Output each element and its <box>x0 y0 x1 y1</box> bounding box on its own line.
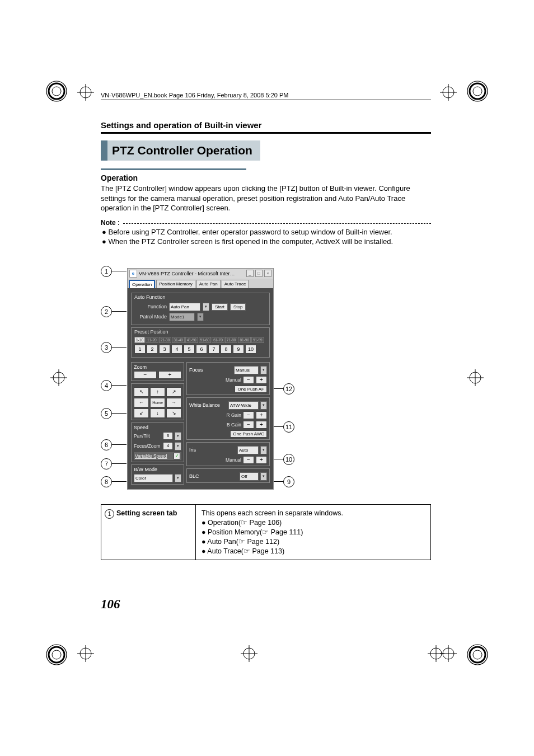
chevron-down-icon[interactable]: ▾ <box>197 313 204 321</box>
r-gain-up-button[interactable]: + <box>256 411 267 419</box>
label-function: Function <box>134 304 167 309</box>
chevron-down-icon[interactable]: ▾ <box>260 446 267 454</box>
arrow-right-icon[interactable]: → <box>166 398 181 407</box>
arrow-up-icon[interactable]: ↑ <box>150 387 165 397</box>
chevron-down-icon[interactable]: ▾ <box>260 401 267 410</box>
maximize-icon[interactable]: □ <box>255 270 263 277</box>
select-function[interactable]: Auto Pan <box>169 303 200 311</box>
label-r-gain: R Gain <box>189 412 241 418</box>
preset-range[interactable]: 41-50 <box>185 337 198 343</box>
arrow-up-left-icon[interactable]: ↖ <box>134 387 149 397</box>
select-patrol-mode[interactable]: Mode1 <box>169 313 195 321</box>
focus-far-button[interactable]: + <box>256 376 267 384</box>
regmark-icon <box>45 643 68 666</box>
tab-auto-pan[interactable]: Auto Pan <box>196 280 221 288</box>
preset-button[interactable]: 1 <box>134 345 146 354</box>
preset-range[interactable]: 31-40 <box>172 337 185 343</box>
chevron-down-icon[interactable]: ▾ <box>175 474 181 482</box>
callout-1: 1 <box>101 266 112 277</box>
preset-range[interactable]: 81-90 <box>238 337 251 343</box>
arrow-down-icon[interactable]: ↓ <box>150 408 165 418</box>
one-push-af-button[interactable]: One Push AF <box>235 386 267 393</box>
preset-range-tabs: 1-10 11-20 21-30 31-40 41-50 51-60 61-70… <box>134 337 266 343</box>
tab-operation[interactable]: Operation <box>129 280 155 288</box>
select-focus-zoom-speed[interactable]: 4 <box>163 442 173 450</box>
page-number: 106 <box>101 597 120 612</box>
svg-point-5 <box>473 87 482 96</box>
callout-8: 8 <box>101 476 112 487</box>
preset-range[interactable]: 51-60 <box>199 337 212 343</box>
select-white-balance[interactable]: ATW-Wide <box>228 401 259 410</box>
r-gain-down-button[interactable]: − <box>243 411 254 419</box>
checkbox-variable-speed[interactable]: ✓ <box>174 453 180 459</box>
close-icon[interactable]: × <box>264 270 271 277</box>
zoom-out-button[interactable]: − <box>134 371 157 379</box>
home-button[interactable]: Home <box>150 398 165 407</box>
preset-button[interactable]: 8 <box>221 345 232 354</box>
select-pan-tilt-speed[interactable]: 8 <box>163 432 173 440</box>
preset-button[interactable]: 5 <box>184 345 195 354</box>
group-blc: BLC Off ▾ <box>186 468 270 483</box>
preset-button[interactable]: 4 <box>171 345 182 354</box>
preset-button[interactable]: 9 <box>233 345 244 354</box>
label-b-gain: B Gain <box>189 422 241 428</box>
chevron-down-icon[interactable]: ▾ <box>260 366 267 374</box>
arrow-left-icon[interactable]: ← <box>134 398 149 407</box>
tab-auto-trace[interactable]: Auto Trace <box>222 280 249 288</box>
label-iris: Iris <box>189 447 236 453</box>
label-focus-zoom-speed: Focus/Zoom <box>134 443 161 449</box>
preset-range[interactable]: 11-20 <box>146 337 158 343</box>
preset-button[interactable]: 10 <box>245 345 256 354</box>
note-label: Note : <box>101 219 120 227</box>
svg-point-8 <box>52 650 61 659</box>
heavy-rule <box>101 132 431 134</box>
preset-range[interactable]: 1-10 <box>134 337 145 343</box>
svg-point-7 <box>49 647 64 663</box>
preset-button[interactable]: 7 <box>208 345 219 354</box>
preset-button[interactable]: 3 <box>159 345 170 354</box>
chevron-down-icon[interactable]: ▾ <box>203 303 209 311</box>
preset-button[interactable]: 6 <box>196 345 207 354</box>
stop-button[interactable]: Stop <box>230 303 246 311</box>
subheading-operation: Operation <box>101 173 431 182</box>
preset-range[interactable]: 61-70 <box>212 337 224 343</box>
group-pan-tilt: ↖ ↑ ↗ ← Home → ↙ ↓ ↘ <box>131 383 184 420</box>
one-push-awc-button[interactable]: One Push AWC <box>230 430 267 438</box>
focus-near-button[interactable]: − <box>243 376 254 384</box>
regmark-icon <box>45 79 68 103</box>
row-label: Setting screen tab <box>116 509 177 517</box>
window-titlebar[interactable]: e VN-V686 PTZ Controller - Microsoft Int… <box>128 269 273 279</box>
select-blc[interactable]: Off <box>240 472 259 481</box>
tab-position-memory[interactable]: Position Memory <box>156 280 195 288</box>
iris-close-button[interactable]: − <box>243 456 254 464</box>
chevron-down-icon[interactable]: ▾ <box>175 432 181 440</box>
row-item: Operation(☞ Page 106) <box>208 519 282 527</box>
chevron-down-icon[interactable]: ▾ <box>175 442 181 450</box>
preset-range[interactable]: 21-30 <box>159 337 172 343</box>
label-blc: BLC <box>189 473 238 479</box>
b-gain-up-button[interactable]: + <box>256 421 267 429</box>
svg-point-11 <box>473 650 482 659</box>
select-iris[interactable]: Auto <box>237 446 259 454</box>
preset-range[interactable]: 71-80 <box>225 337 238 343</box>
arrow-up-right-icon[interactable]: ↗ <box>166 387 181 397</box>
label-pan-tilt-speed: Pan/Tilt <box>134 433 161 439</box>
arrow-down-left-icon[interactable]: ↙ <box>134 408 149 418</box>
minimize-icon[interactable]: _ <box>246 270 254 277</box>
crosshair-icon <box>241 645 257 662</box>
label-variable-speed: Variable Speed <box>135 453 172 459</box>
preset-range[interactable]: 91-99 <box>251 337 264 343</box>
iris-open-button[interactable]: + <box>256 456 267 464</box>
zoom-in-button[interactable]: + <box>158 371 181 379</box>
select-bw-mode[interactable]: Color <box>134 474 173 482</box>
crosshair-icon <box>428 645 444 662</box>
preset-button[interactable]: 2 <box>147 345 158 354</box>
callout-2: 2 <box>101 306 112 317</box>
start-button[interactable]: Start <box>212 303 228 311</box>
arrow-down-right-icon[interactable]: ↘ <box>166 408 181 418</box>
b-gain-down-button[interactable]: − <box>243 421 254 429</box>
row-number-icon: 1 <box>105 509 114 519</box>
note-dash-line <box>123 223 431 224</box>
select-focus[interactable]: Manual <box>234 366 259 374</box>
chevron-down-icon[interactable]: ▾ <box>260 472 267 481</box>
